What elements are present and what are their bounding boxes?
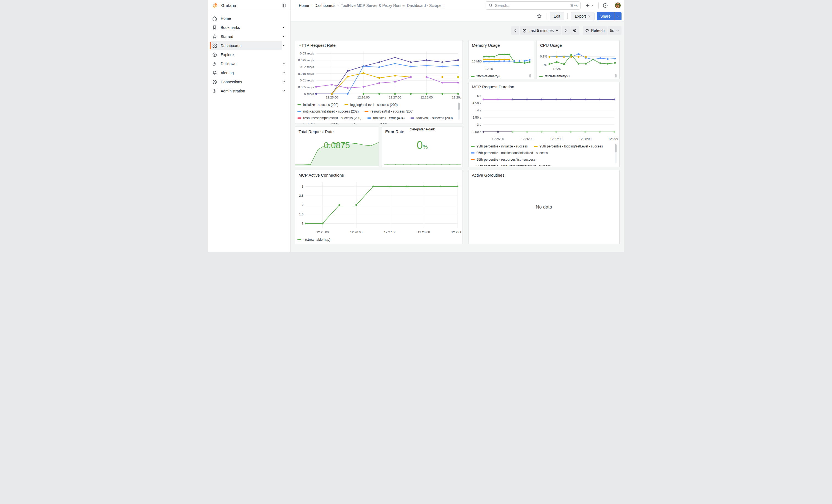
sidebar-item-home[interactable]: Home: [208, 14, 290, 23]
sidebar-item-explore[interactable]: Explore: [208, 50, 290, 59]
sidebar-item-dashboards[interactable]: Dashboards: [208, 41, 290, 50]
panel-title[interactable]: Total Request Rate: [297, 129, 376, 135]
legend-swatch: [471, 159, 475, 160]
sidebar-item-bookmarks[interactable]: Bookmarks: [208, 23, 290, 32]
dashboard-toolbar: Edit Export Share: [290, 11, 624, 22]
legend-item[interactable]: tools/call - error (404): [367, 116, 405, 120]
svg-text:0.2%: 0.2%: [540, 55, 547, 58]
legend-swatch: [471, 76, 475, 77]
legend-item[interactable]: 95th percentile - logging/setLevel - suc…: [534, 144, 603, 148]
panel-title[interactable]: CPU Usage: [539, 43, 617, 49]
chevron-down-icon[interactable]: [282, 35, 286, 38]
breadcrumb-home[interactable]: Home: [299, 3, 309, 8]
sidebar-item-starred[interactable]: Starred: [208, 32, 290, 41]
legend-item[interactable]: notifications/initialized - success (202…: [297, 109, 359, 113]
chevron-down-icon[interactable]: [282, 62, 286, 66]
svg-text:12:26:00: 12:26:00: [350, 231, 363, 234]
error-rate-value: 0%: [382, 139, 463, 151]
sidebar-item-label: Starred: [220, 34, 282, 39]
chevron-down-icon: [616, 29, 619, 32]
refresh-button[interactable]: Refresh: [583, 26, 607, 35]
mcp-request-duration-chart[interactable]: 12:25:0012:26:0012:27:0012:28:0012:29:00…: [471, 90, 617, 142]
legend-item[interactable]: tools/list - success (200): [297, 123, 339, 124]
legend-item[interactable]: tools/call - success (200): [411, 116, 452, 120]
panel-title[interactable]: MCP Active Connections: [297, 173, 460, 179]
favorite-star-button[interactable]: [535, 12, 543, 20]
add-new-button[interactable]: [584, 2, 596, 9]
grafana-logo-icon[interactable]: [212, 2, 218, 8]
sidebar-item-connections[interactable]: Connections: [208, 77, 290, 86]
memory-usage-chart[interactable]: 12:2516 MiB: [471, 49, 532, 72]
sidebar-item-administration[interactable]: Administration: [208, 86, 290, 96]
panel-title[interactable]: MCP Request Duration: [471, 84, 617, 90]
legend-item[interactable]: 95th percentile - notifications/initiali…: [471, 151, 548, 155]
time-range-picker[interactable]: Last 5 minutes: [520, 26, 561, 35]
legend-label: initialize - success (200): [303, 103, 338, 107]
user-avatar[interactable]: [615, 2, 621, 8]
legend-item[interactable]: 95th percentile - resources/list - succe…: [471, 157, 536, 161]
brand-area: Grafana: [208, 0, 290, 11]
svg-text:3 s: 3 s: [477, 123, 482, 126]
chevron-down-icon[interactable]: [282, 44, 286, 48]
mcp-active-connections-chart[interactable]: 12:25:0012:26:0012:27:0012:28:0012:29:00…: [297, 179, 460, 236]
legend-label: tools/call - error (404): [373, 116, 405, 120]
panel-title[interactable]: Memory Usage: [471, 43, 532, 49]
panel-title[interactable]: HTTP Request Rate: [297, 43, 460, 49]
panel-title[interactable]: Active Goroutines: [471, 173, 617, 179]
chevron-down-icon[interactable]: [282, 89, 286, 93]
no-data-message: No data: [469, 205, 619, 210]
search-shortcut: ⌘+k: [570, 3, 577, 7]
search-input[interactable]: [495, 3, 568, 8]
export-button[interactable]: Export: [571, 12, 594, 20]
breadcrumb-dashboards[interactable]: Dashboards: [314, 3, 335, 8]
refresh-interval-picker[interactable]: 5s: [607, 26, 622, 35]
legend-scrollbar[interactable]: [529, 74, 531, 77]
legend-item[interactable]: 95th percentile - resources/templates/li…: [471, 164, 550, 166]
http-request-rate-chart[interactable]: 12:25:0012:26:0012:27:0012:28:0012:29:00…: [297, 49, 460, 101]
chevron-down-icon[interactable]: [282, 71, 286, 75]
edit-button[interactable]: Edit: [550, 12, 564, 20]
legend-label: 95th percentile - resources/list - succe…: [476, 158, 536, 161]
legend-item[interactable]: initialize - success (200): [297, 103, 338, 107]
legend-area: initialize - success (200)logging/setLev…: [297, 103, 460, 124]
share-menu-button[interactable]: [614, 12, 622, 20]
chevron-down-icon[interactable]: [282, 26, 286, 29]
legend-item[interactable]: 95th percentile - initialize - success: [471, 144, 528, 148]
drag-overlay-label: otel-grafana-dark: [410, 127, 435, 131]
legend-item[interactable]: unknown - success (200): [345, 123, 387, 124]
svg-text:2.5: 2.5: [299, 194, 304, 197]
share-button[interactable]: Share: [597, 12, 614, 20]
svg-text:3: 3: [302, 185, 304, 188]
time-shift-back-button[interactable]: [511, 26, 519, 35]
legend-item[interactable]: logging/setLevel - success (200): [344, 103, 397, 107]
panel-mcp-request-duration: MCP Request Duration 12:25:0012:26:0012:…: [468, 82, 620, 167]
search-box[interactable]: ⌘+k: [486, 1, 580, 10]
legend-scrollbar[interactable]: [615, 74, 617, 77]
error-rate-sparkline: [384, 161, 460, 166]
sidebar-item-drilldown[interactable]: Drilldown: [208, 59, 290, 68]
time-shift-forward-button[interactable]: [562, 26, 570, 35]
top-header: Grafana Home › Dashboards › ToolHive MCP…: [208, 0, 624, 11]
legend-item[interactable]: fetch-telemetry-0: [471, 74, 501, 78]
star-icon: [212, 34, 217, 39]
legend-item[interactable]: resources/list - success (200): [365, 109, 413, 113]
legend-item[interactable]: fetch-telemetry-0: [539, 74, 570, 78]
chevron-down-icon: [591, 4, 594, 7]
chevron-down-icon[interactable]: [282, 80, 286, 84]
sidebar-item-alerting[interactable]: Alerting: [208, 68, 290, 77]
legend-scrollbar[interactable]: [458, 103, 460, 110]
sidebar-collapse-button[interactable]: [280, 2, 287, 9]
legend-item[interactable]: - (streamable-http): [297, 237, 331, 242]
panel-total-request-rate: Total Request Rate 0.0875: [295, 127, 379, 167]
zoom-out-button[interactable]: [570, 26, 579, 35]
svg-text:0.02 req/s: 0.02 req/s: [300, 65, 314, 69]
legend-label: tools/call - success (200): [416, 116, 452, 120]
legend-scrollbar[interactable]: [615, 144, 617, 152]
cpu-usage-chart[interactable]: 12:250.2%0%: [539, 49, 617, 72]
help-button[interactable]: ?: [601, 2, 609, 9]
sidebar-item-label: Bookmarks: [220, 25, 282, 30]
sidebar-item-label: Administration: [220, 89, 282, 93]
legend-item[interactable]: resources/templates/list - success (200): [297, 116, 361, 120]
svg-text:?: ?: [604, 4, 606, 7]
svg-text:12:25: 12:25: [485, 67, 493, 71]
